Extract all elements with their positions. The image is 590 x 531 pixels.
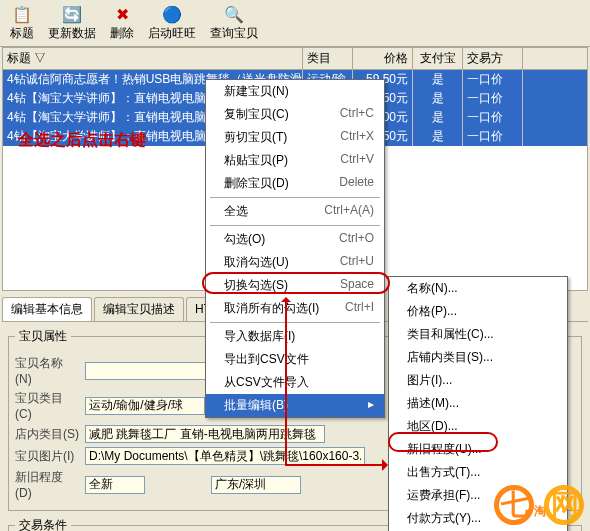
submenu-item[interactable]: 店铺内类目(S)... — [389, 346, 567, 369]
tb-wangwang[interactable]: 🔵启动旺旺 — [142, 2, 202, 44]
tb-title[interactable]: 📋标题 — [4, 2, 40, 44]
menu-item[interactable]: 导出到CSV文件 — [206, 348, 384, 371]
condition-select[interactable] — [85, 476, 145, 494]
refresh-icon: 🔄 — [62, 4, 82, 24]
context-menu: 新建宝贝(N)复制宝贝(C)Ctrl+C剪切宝贝(T)Ctrl+X粘贴宝贝(P)… — [205, 79, 385, 418]
annotation-arrow-h — [285, 464, 385, 466]
tb-search[interactable]: 🔍查询宝贝 — [204, 2, 264, 44]
submenu-item[interactable]: 地区(D)... — [389, 415, 567, 438]
shopcat-input[interactable] — [85, 425, 325, 443]
col-category[interactable]: 类目 — [303, 48, 353, 69]
legend-trade: 交易条件 — [15, 517, 71, 531]
grid-header: 标题 ▽ 类目 价格 支付宝 交易方 — [3, 48, 587, 70]
tab-description[interactable]: 编辑宝贝描述 — [94, 297, 184, 321]
wangwang-icon: 🔵 — [162, 4, 182, 24]
submenu-item[interactable]: 类目和属性(C)... — [389, 323, 567, 346]
tb-refresh[interactable]: 🔄更新数据 — [42, 2, 102, 44]
menu-item[interactable]: 勾选(O)Ctrl+O — [206, 228, 384, 251]
col-alipay[interactable]: 支付宝 — [413, 48, 463, 69]
label-name: 宝贝名称(N) — [15, 355, 79, 386]
menu-item[interactable]: 从CSV文件导入 — [206, 371, 384, 394]
toolbar: 📋标题 🔄更新数据 ✖删除 🔵启动旺旺 🔍查询宝贝 — [0, 0, 590, 47]
category-select[interactable] — [85, 397, 205, 415]
menu-item[interactable]: 取消勾选(U)Ctrl+U — [206, 251, 384, 274]
annotation-arrow-head — [382, 459, 394, 471]
label-category: 宝贝类目(C) — [15, 390, 79, 421]
menu-item[interactable]: 全选Ctrl+A(A) — [206, 200, 384, 223]
menu-item[interactable]: 导入数据库(I) — [206, 325, 384, 348]
city-select[interactable] — [211, 476, 301, 494]
menu-item[interactable]: 剪切宝贝(T)Ctrl+X — [206, 126, 384, 149]
menu-item[interactable]: 切换勾选(S)Space — [206, 274, 384, 297]
col-title[interactable]: 标题 ▽ — [3, 48, 303, 69]
submenu-item[interactable]: 描述(M)... — [389, 392, 567, 415]
menu-item[interactable]: 复制宝贝(C)Ctrl+C — [206, 103, 384, 126]
tab-basic-info[interactable]: 编辑基本信息 — [2, 297, 92, 321]
col-price[interactable]: 价格 — [353, 48, 413, 69]
menu-item[interactable]: 取消所有的勾选(I)Ctrl+I — [206, 297, 384, 320]
menu-item[interactable]: 删除宝贝(D)Delete — [206, 172, 384, 195]
submenu-item[interactable]: 价格(P)... — [389, 300, 567, 323]
submenu-item[interactable]: 图片(I)... — [389, 369, 567, 392]
col-trade[interactable]: 交易方 — [463, 48, 523, 69]
label-shopcat: 店内类目(S) — [15, 426, 79, 443]
submenu-item[interactable]: 新旧程度(U)... — [389, 438, 567, 461]
tb-delete[interactable]: ✖删除 — [104, 2, 140, 44]
delete-icon: ✖ — [112, 4, 132, 24]
label-picture: 宝贝图片(I) — [15, 448, 79, 465]
annotation-hint: 全选之后点击右键 — [18, 130, 146, 151]
list-icon: 📋 — [12, 4, 32, 24]
watermark: 七淘网 — [494, 477, 584, 525]
label-condition: 新旧程度(D) — [15, 469, 79, 500]
legend-basic: 宝贝属性 — [15, 328, 71, 345]
picture-input[interactable] — [85, 447, 365, 465]
menu-item[interactable]: 批量编辑(B) — [206, 394, 384, 417]
menu-item[interactable]: 粘贴宝贝(P)Ctrl+V — [206, 149, 384, 172]
search-icon: 🔍 — [224, 4, 244, 24]
submenu-item[interactable]: 名称(N)... — [389, 277, 567, 300]
menu-item[interactable]: 新建宝贝(N) — [206, 80, 384, 103]
